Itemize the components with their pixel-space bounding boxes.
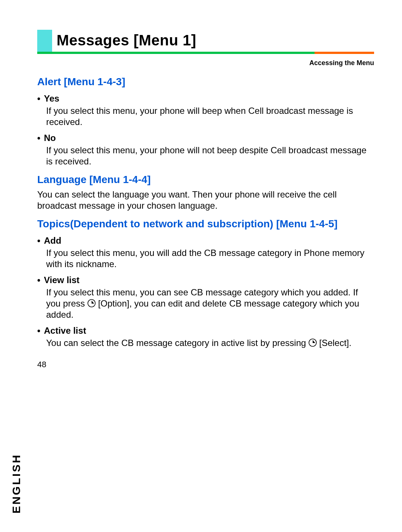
bullet-heading: •No	[37, 133, 374, 143]
bullet-body: You can select the CB message category i…	[46, 337, 368, 349]
bullet-heading: •Add	[37, 235, 374, 246]
title-underline-accent	[315, 52, 374, 54]
bullet-body: If you select this menu, your phone will…	[46, 145, 368, 167]
section-heading: Topics(Dependent to network and subscrip…	[37, 217, 374, 230]
softkey-icon	[309, 339, 317, 347]
section-intro: You can select the language you want. Th…	[37, 189, 359, 211]
bullet-heading: •Active list	[37, 326, 374, 336]
bullet-body: If you select this menu, you can see CB …	[46, 287, 368, 320]
content-sections: Alert [Menu 1-4-3]•YesIf you select this…	[37, 75, 374, 349]
language-margin-label: ENGLISH	[10, 417, 22, 513]
bullet-body: If you select this menu, your phone will…	[46, 105, 368, 128]
section-heading: Alert [Menu 1-4-3]	[37, 75, 374, 88]
section-heading: Language [Menu 1-4-4]	[37, 173, 374, 186]
bullet-heading: •View list	[37, 275, 374, 285]
title-chip-icon	[37, 30, 52, 52]
bullet-heading: •Yes	[37, 93, 374, 104]
page-number: 48	[37, 360, 374, 369]
title-underline	[37, 52, 374, 54]
bullet-body: If you select this menu, you will add th…	[46, 247, 368, 270]
softkey-icon	[87, 299, 96, 307]
page-title: Messages [Menu 1]	[57, 30, 198, 52]
title-bar: Messages [Menu 1]	[37, 28, 374, 54]
breadcrumb: Accessing the Menu	[37, 59, 374, 67]
